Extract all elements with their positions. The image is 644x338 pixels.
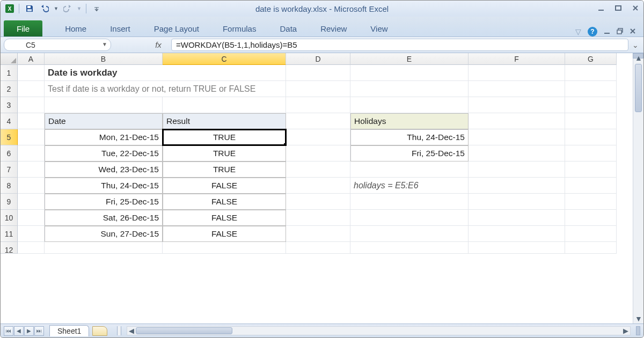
cell-date[interactable]: Thu, 24-Dec-15 bbox=[45, 178, 163, 194]
tab-page-layout[interactable]: Page Layout bbox=[142, 21, 211, 36]
cell[interactable] bbox=[469, 81, 565, 97]
cell[interactable] bbox=[469, 145, 565, 161]
cell[interactable] bbox=[469, 113, 565, 129]
row-header[interactable]: 2 bbox=[1, 81, 18, 97]
cell[interactable] bbox=[286, 178, 350, 194]
cell[interactable] bbox=[18, 97, 45, 113]
cell[interactable] bbox=[163, 242, 286, 254]
cell[interactable] bbox=[286, 113, 350, 129]
cell[interactable] bbox=[565, 226, 617, 242]
cell[interactable] bbox=[565, 129, 617, 145]
cell[interactable] bbox=[350, 97, 469, 113]
cell-date[interactable]: Tue, 22-Dec-15 bbox=[45, 145, 163, 161]
cell[interactable] bbox=[469, 194, 565, 210]
cell-result[interactable]: FALSE bbox=[163, 226, 286, 242]
close-button[interactable] bbox=[632, 4, 639, 13]
cell[interactable] bbox=[45, 97, 163, 113]
cell[interactable] bbox=[163, 65, 286, 81]
row-header[interactable]: 11 bbox=[1, 226, 18, 242]
row-header[interactable]: 6 bbox=[1, 145, 18, 161]
cell[interactable] bbox=[18, 161, 45, 178]
cell[interactable] bbox=[469, 178, 565, 194]
cell-result[interactable]: FALSE bbox=[163, 194, 286, 210]
formula-expand-icon[interactable]: ⌄ bbox=[631, 41, 640, 49]
sheet-nav-first-icon[interactable]: ⏮ bbox=[4, 326, 13, 336]
scroll-thumb[interactable] bbox=[136, 327, 232, 334]
cell[interactable] bbox=[469, 226, 565, 242]
cell[interactable] bbox=[286, 194, 350, 210]
cell-result[interactable]: TRUE bbox=[163, 161, 286, 178]
cell[interactable] bbox=[18, 226, 45, 242]
cell-result[interactable]: FALSE bbox=[163, 178, 286, 194]
redo-dropdown-icon[interactable]: ▼ bbox=[77, 6, 82, 11]
cell[interactable] bbox=[469, 65, 565, 81]
cell[interactable] bbox=[565, 145, 617, 161]
horizontal-scrollbar[interactable]: ◀ ▶ bbox=[127, 326, 631, 335]
tab-data[interactable]: Data bbox=[268, 21, 309, 36]
cell[interactable] bbox=[469, 210, 565, 226]
cell[interactable] bbox=[45, 242, 163, 254]
cell[interactable] bbox=[565, 65, 617, 81]
workbook-minimize-button[interactable] bbox=[604, 27, 610, 36]
cell[interactable] bbox=[18, 129, 45, 145]
cell[interactable] bbox=[565, 194, 617, 210]
cell[interactable] bbox=[18, 210, 45, 226]
row-header[interactable]: 3 bbox=[1, 97, 18, 113]
cell[interactable] bbox=[18, 113, 45, 129]
scroll-right-icon[interactable]: ▶ bbox=[621, 327, 630, 335]
row-header[interactable]: 8 bbox=[1, 178, 18, 194]
qat-customize-button[interactable] bbox=[91, 3, 103, 14]
row-header[interactable]: 7 bbox=[1, 161, 18, 178]
cell[interactable] bbox=[163, 81, 286, 97]
col-header[interactable]: A bbox=[18, 53, 45, 65]
cell-result-selected[interactable]: TRUE bbox=[163, 129, 286, 145]
cell[interactable] bbox=[18, 194, 45, 210]
workbook-close-button[interactable] bbox=[630, 27, 636, 36]
col-header[interactable]: G bbox=[565, 53, 617, 65]
cell-result[interactable]: FALSE bbox=[163, 210, 286, 226]
cell[interactable] bbox=[350, 194, 469, 210]
table-header-holidays[interactable]: Holidays bbox=[350, 113, 469, 129]
row-header[interactable]: 1 bbox=[1, 65, 18, 81]
help-icon[interactable]: ? bbox=[588, 27, 597, 36]
cell[interactable] bbox=[286, 161, 350, 178]
select-all-corner[interactable] bbox=[1, 53, 18, 65]
tab-view[interactable]: View bbox=[358, 21, 399, 36]
cell[interactable] bbox=[469, 97, 565, 113]
cell[interactable] bbox=[18, 145, 45, 161]
cell[interactable] bbox=[350, 226, 469, 242]
cell-result[interactable]: TRUE bbox=[163, 145, 286, 161]
cell[interactable] bbox=[286, 145, 350, 161]
cell[interactable] bbox=[286, 81, 350, 97]
cell[interactable] bbox=[18, 178, 45, 194]
maximize-button[interactable] bbox=[614, 4, 622, 13]
cell[interactable] bbox=[565, 242, 617, 254]
sheet-nav-next-icon[interactable]: ▶ bbox=[24, 326, 34, 336]
cell[interactable] bbox=[565, 81, 617, 97]
new-sheet-button[interactable] bbox=[92, 326, 107, 336]
name-box-dropdown-icon[interactable]: ▼ bbox=[102, 41, 107, 47]
cell-date[interactable]: Sun, 27-Dec-15 bbox=[45, 226, 163, 242]
cell[interactable] bbox=[286, 97, 350, 113]
cell[interactable] bbox=[350, 81, 469, 97]
cell[interactable] bbox=[286, 129, 350, 145]
tabsplit-handle[interactable] bbox=[117, 326, 121, 335]
cell[interactable]: Test if date is a workday or not, return… bbox=[45, 81, 163, 97]
sheet-nav-last-icon[interactable]: ⏭ bbox=[34, 326, 44, 336]
row-header[interactable]: 12 bbox=[1, 242, 18, 254]
cell[interactable] bbox=[286, 242, 350, 254]
table-header-date[interactable]: Date bbox=[45, 113, 163, 129]
cell[interactable]: Date is workday bbox=[45, 65, 163, 81]
col-header[interactable]: C bbox=[163, 53, 286, 65]
cell[interactable] bbox=[565, 113, 617, 129]
row-header[interactable]: 10 bbox=[1, 210, 18, 226]
scroll-down-icon[interactable]: ▼ bbox=[633, 314, 643, 324]
row-header[interactable]: 9 bbox=[1, 194, 18, 210]
formula-input[interactable]: =WORKDAY(B5-1,1,holidays)=B5 bbox=[171, 39, 628, 51]
cell[interactable] bbox=[469, 161, 565, 178]
cell[interactable] bbox=[565, 97, 617, 113]
col-header[interactable]: B bbox=[45, 53, 163, 65]
name-box[interactable]: C5 ▼ bbox=[4, 39, 111, 51]
save-button[interactable] bbox=[24, 3, 35, 14]
cell[interactable] bbox=[469, 242, 565, 254]
